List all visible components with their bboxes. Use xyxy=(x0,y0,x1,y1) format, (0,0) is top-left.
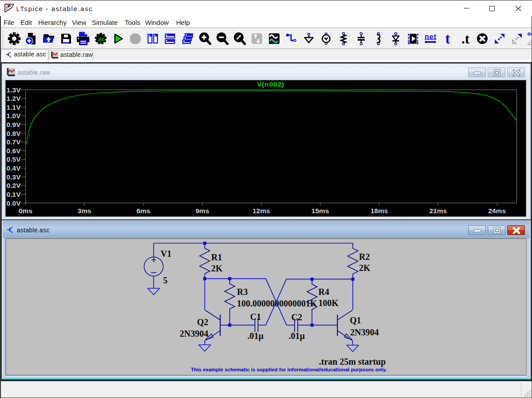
svg-text:.tran 25m startup: .tran 25m startup xyxy=(319,357,386,367)
svg-text:1.0V: 1.0V xyxy=(7,112,21,119)
svg-text:0.9V: 0.9V xyxy=(7,121,21,128)
svg-text:18ms: 18ms xyxy=(370,207,388,215)
svg-text:Q1: Q1 xyxy=(350,315,361,325)
svg-text:1.1V: 1.1V xyxy=(7,103,21,111)
svg-text:R2: R2 xyxy=(359,252,370,262)
svg-text:2K: 2K xyxy=(211,263,223,273)
svg-text:V(n002): V(n002) xyxy=(257,80,284,88)
svg-text:0.8V: 0.8V xyxy=(7,130,21,137)
svg-text:9ms: 9ms xyxy=(195,207,209,215)
svg-text:0.2V: 0.2V xyxy=(7,182,21,189)
svg-text:.t: .t xyxy=(461,32,470,46)
svg-text:.01µ: .01µ xyxy=(289,330,305,341)
svg-text:0.3V: 0.3V xyxy=(7,173,21,181)
svg-text:.01µ: .01µ xyxy=(248,331,264,341)
svg-text:100K: 100K xyxy=(319,298,339,307)
svg-text:0ms: 0ms xyxy=(19,207,32,215)
svg-text:V1: V1 xyxy=(161,248,171,258)
svg-text:C2: C2 xyxy=(292,312,302,322)
svg-text:.ac: .ac xyxy=(97,36,105,42)
svg-text:12ms: 12ms xyxy=(252,207,270,215)
svg-text:1.2V: 1.2V xyxy=(7,95,21,102)
svg-text:Q2: Q2 xyxy=(197,317,209,326)
svg-text:R1: R1 xyxy=(211,252,222,262)
svg-text:1.3V: 1.3V xyxy=(7,86,21,94)
svg-text:2N3904: 2N3904 xyxy=(350,327,378,337)
svg-text:3ms: 3ms xyxy=(78,207,91,215)
svg-text:15ms: 15ms xyxy=(311,207,329,215)
svg-text:R4: R4 xyxy=(319,287,329,296)
svg-text:100.0000000000001K: 100.0000000000001K xyxy=(237,298,317,308)
svg-text:This example schematic is supp: This example schematic is supplied for i… xyxy=(191,367,386,372)
svg-text:21ms: 21ms xyxy=(430,207,447,215)
svg-text:0.5V: 0.5V xyxy=(7,155,21,163)
svg-text:t: t xyxy=(445,32,450,46)
svg-text:C1: C1 xyxy=(250,311,261,321)
svg-text:0.7V: 0.7V xyxy=(7,138,21,146)
svg-text:0.1V: 0.1V xyxy=(7,191,21,198)
svg-text:2N3904: 2N3904 xyxy=(180,329,208,338)
svg-text:2K: 2K xyxy=(359,263,370,272)
svg-text:R3: R3 xyxy=(237,287,248,297)
svg-text:6ms: 6ms xyxy=(137,207,150,215)
svg-text:0.4V: 0.4V xyxy=(7,164,21,172)
svg-text:0.6V: 0.6V xyxy=(7,147,21,155)
svg-text:0.0V: 0.0V xyxy=(7,199,21,207)
svg-text:24ms: 24ms xyxy=(488,207,506,215)
svg-text:5: 5 xyxy=(163,275,168,285)
